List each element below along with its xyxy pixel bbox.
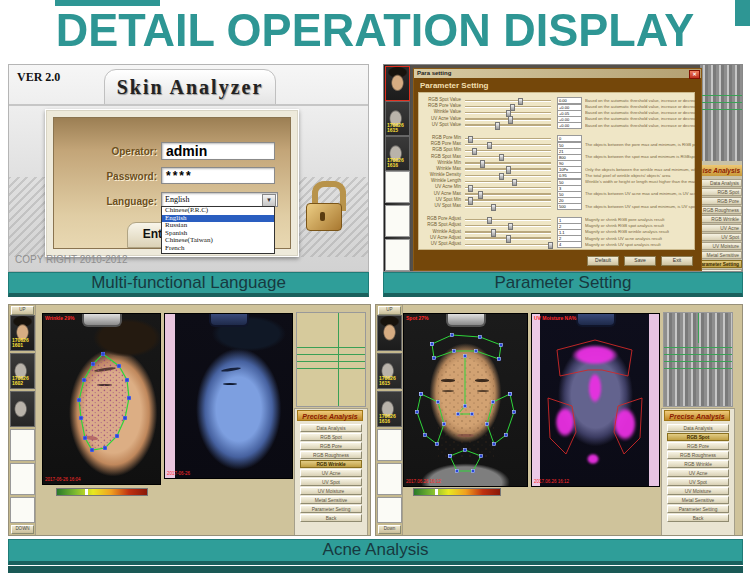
precise-menu-item-partial[interactable]: Parameter Setting — [700, 260, 742, 268]
face-thumbnail[interactable]: 170626 1616 — [385, 136, 410, 171]
language-option[interactable]: Chinese(Taiwan) — [162, 237, 274, 245]
precise-menu-item[interactable]: UV Spot — [300, 478, 362, 486]
parameter-value-input[interactable]: +0.00 — [557, 122, 582, 129]
analysis-polygon[interactable] — [43, 314, 160, 484]
slider-thumb[interactable] — [495, 122, 500, 129]
slider[interactable] — [465, 112, 551, 113]
analysis-mesh[interactable] — [404, 314, 527, 486]
empty-slot — [385, 239, 410, 271]
thumbnail-timestamp: 170626 1616 — [387, 158, 407, 170]
slider[interactable] — [465, 124, 551, 125]
dialog-button[interactable]: Save — [624, 256, 656, 266]
precise-menu-item-partial[interactable]: Data Analysis — [700, 179, 742, 187]
parameter-description: Magnify or shrink UV spot analysis resul… — [585, 242, 695, 247]
slider-thumb[interactable] — [548, 242, 553, 249]
slider[interactable] — [465, 244, 551, 245]
dialog-titlebar[interactable]: Para setting — [414, 69, 701, 78]
precise-menu-item[interactable]: Back — [300, 514, 362, 522]
parameter-description: Magnify or shrink RGB pore analysis resu… — [585, 217, 695, 222]
precise-menu-item[interactable]: RGB Wrinkle — [667, 460, 729, 468]
language-option[interactable]: French — [162, 245, 274, 253]
face-thumbnail[interactable] — [385, 66, 410, 101]
precise-menu-item-partial[interactable]: RGB Pore — [700, 197, 742, 205]
parameter-value-input[interactable]: 500 — [557, 203, 582, 210]
slider[interactable] — [465, 225, 551, 226]
precise-menu-item[interactable]: UV Moisture — [300, 487, 362, 495]
thumbnail-timestamp: 170626 1615 — [379, 376, 399, 388]
copyright-label: COPY RIGHT 2010-2012 — [15, 254, 127, 265]
precise-menu-item-partial[interactable]: Metal Sensitive — [700, 251, 742, 259]
precise-menu-item-partial[interactable]: RGB Wrinkle — [700, 215, 742, 223]
slider[interactable] — [465, 144, 551, 145]
para-setting-dialog: Para setting ✕ Parameter Setting RGB Spo… — [413, 68, 702, 271]
face-thumbnail[interactable]: 170626 1601 — [10, 315, 35, 351]
language-option[interactable]: Chinese(P.R.C) — [162, 207, 274, 215]
precise-menu-item[interactable]: UV Acne — [300, 469, 362, 477]
slider[interactable] — [465, 118, 551, 119]
slider[interactable] — [465, 168, 551, 169]
slider-thumb[interactable] — [491, 204, 496, 211]
up-button[interactable]: UP — [11, 306, 34, 315]
precise-menu-item[interactable]: RGB Wrinkle — [300, 460, 362, 468]
slider[interactable] — [465, 100, 551, 101]
dialog-button[interactable]: Default — [587, 256, 619, 266]
down-button[interactable]: Down — [378, 525, 401, 534]
face-thumbnail[interactable] — [377, 315, 402, 351]
slider[interactable] — [465, 181, 551, 182]
slider[interactable] — [465, 162, 551, 163]
empty-slot — [385, 205, 410, 237]
dialog-button[interactable]: Exit — [661, 256, 693, 266]
precise-menu-item-partial[interactable]: RGB Roughness — [700, 206, 742, 214]
precise-menu-item[interactable]: RGB Spot — [300, 433, 362, 441]
slider[interactable] — [465, 175, 551, 176]
parameter-value-input[interactable]: 4 — [557, 241, 582, 248]
precise-menu-item[interactable]: RGB Roughness — [667, 451, 729, 459]
precise-menu-item[interactable]: Data Analysis — [667, 424, 729, 432]
face-thumbnail[interactable]: 170626 1602 — [10, 353, 35, 389]
precise-menu-item[interactable]: RGB Spot — [667, 433, 729, 441]
analysis-result-overlay: Spot 27% — [406, 315, 429, 321]
precise-menu-item[interactable]: RGB Pore — [667, 442, 729, 450]
slider[interactable] — [465, 199, 551, 200]
down-button[interactable]: DOWN — [11, 525, 34, 534]
precise-menu-item[interactable]: Data Analysis — [300, 424, 362, 432]
slider[interactable] — [465, 106, 551, 107]
operator-input[interactable]: admin — [161, 142, 275, 160]
precise-menu-item[interactable]: RGB Pore — [300, 442, 362, 450]
slider[interactable] — [465, 156, 551, 157]
slider[interactable] — [465, 231, 551, 232]
precise-menu-item[interactable]: Parameter Setting — [667, 505, 729, 513]
slider[interactable] — [465, 193, 551, 194]
precise-menu-item-partial[interactable]: UV Spot — [700, 233, 742, 241]
precise-menu-item[interactable]: Back — [667, 514, 729, 522]
password-input[interactable]: **** — [161, 167, 275, 184]
language-select[interactable]: English ▼ — [161, 192, 278, 207]
up-button[interactable]: UP — [378, 306, 401, 315]
face-thumbnail[interactable]: 170626 1615 — [385, 101, 410, 136]
slider[interactable] — [465, 150, 551, 151]
precise-menu-item[interactable]: RGB Roughness — [300, 451, 362, 459]
precise-menu-item[interactable]: Parameter Setting — [300, 505, 362, 513]
slider[interactable] — [465, 206, 551, 207]
slider[interactable] — [465, 237, 551, 238]
slider[interactable] — [465, 187, 551, 188]
precise-menu-item[interactable]: Metal Sensitive — [667, 496, 729, 504]
language-option[interactable]: English — [162, 215, 274, 223]
precise-menu-item[interactable]: UV Acne — [667, 469, 729, 477]
precise-menu-item[interactable]: UV Spot — [667, 478, 729, 486]
language-option[interactable]: Russian — [162, 222, 274, 230]
close-icon[interactable]: ✕ — [689, 70, 700, 79]
precise-menu-item-partial[interactable]: UV Moisture — [700, 242, 742, 250]
face-thumbnail[interactable]: 170626 1616 — [377, 391, 402, 427]
slider[interactable] — [465, 219, 551, 220]
thumbnail-sidebar: UP 170626 1615 170626 1616 Down — [376, 305, 403, 535]
face-thumbnail[interactable] — [10, 391, 35, 427]
precise-menu-item-partial[interactable]: UV Acne — [700, 224, 742, 232]
precise-menu-item-partial[interactable]: RGB Spot — [700, 188, 742, 196]
precise-menu-item[interactable]: Metal Sensitive — [300, 496, 362, 504]
language-option[interactable]: Spanish — [162, 230, 274, 238]
slider[interactable] — [465, 138, 551, 139]
precise-menu: Data AnalysisRGB SpotRGB PoreRGB Roughne… — [295, 423, 367, 522]
precise-menu-item[interactable]: UV Moisture — [667, 487, 729, 495]
face-thumbnail[interactable]: 170626 1615 — [377, 353, 402, 389]
